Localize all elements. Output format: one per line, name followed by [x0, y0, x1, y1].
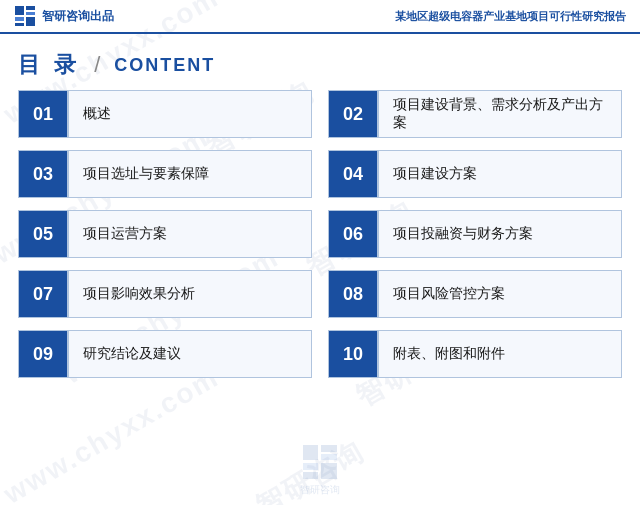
toc-item-08: 08项目风险管控方案: [328, 270, 622, 318]
toc-item-09: 09研究结论及建议: [18, 330, 312, 378]
toc-number-03: 03: [19, 151, 67, 197]
svg-rect-0: [15, 6, 24, 15]
toc-label-08: 项目风险管控方案: [379, 285, 622, 303]
report-title: 某地区超级电容器产业基地项目可行性研究报告: [395, 9, 626, 24]
svg-rect-7: [321, 445, 337, 452]
toc-number-06: 06: [329, 211, 377, 257]
svg-rect-6: [303, 445, 318, 460]
footer-logo-text: 智研咨询: [300, 483, 340, 497]
toc-number-04: 04: [329, 151, 377, 197]
toc-item-02: 02项目建设背景、需求分析及产出方案: [328, 90, 622, 138]
toc-number-01: 01: [19, 91, 67, 137]
toc-number-09: 09: [19, 331, 67, 377]
svg-rect-9: [303, 463, 318, 470]
toc-item-07: 07项目影响效果分析: [18, 270, 312, 318]
toc-grid: 01概述02项目建设背景、需求分析及产出方案03项目选址与要素保障04项目建设方…: [0, 90, 640, 388]
title-zh: 目 录: [18, 50, 80, 80]
toc-label-10: 附表、附图和附件: [379, 345, 622, 363]
svg-rect-5: [26, 17, 35, 26]
toc-label-05: 项目运营方案: [69, 225, 312, 243]
toc-item-10: 10附表、附图和附件: [328, 330, 622, 378]
svg-rect-11: [321, 463, 337, 479]
footer-logo: 智研咨询: [300, 443, 340, 497]
toc-number-02: 02: [329, 91, 377, 137]
toc-item-06: 06项目投融资与财务方案: [328, 210, 622, 258]
svg-rect-4: [15, 23, 24, 26]
toc-number-10: 10: [329, 331, 377, 377]
toc-number-05: 05: [19, 211, 67, 257]
toc-label-02: 项目建设背景、需求分析及产出方案: [379, 96, 622, 132]
footer-logo-icon: [301, 443, 339, 481]
toc-label-04: 项目建设方案: [379, 165, 622, 183]
brand-name: 智研咨询出品: [42, 8, 114, 25]
title-en: CONTENT: [114, 55, 215, 76]
brand-logo-icon: [14, 5, 36, 27]
logo-area: 智研咨询出品: [14, 5, 114, 27]
toc-item-05: 05项目运营方案: [18, 210, 312, 258]
toc-label-01: 概述: [69, 105, 312, 123]
svg-rect-3: [15, 17, 24, 21]
toc-label-09: 研究结论及建议: [69, 345, 312, 363]
toc-item-01: 01概述: [18, 90, 312, 138]
header: 智研咨询出品 某地区超级电容器产业基地项目可行性研究报告: [0, 0, 640, 34]
toc-number-07: 07: [19, 271, 67, 317]
toc-item-03: 03项目选址与要素保障: [18, 150, 312, 198]
title-separator: /: [94, 52, 100, 78]
svg-rect-1: [26, 6, 35, 10]
svg-rect-2: [26, 12, 35, 15]
toc-label-03: 项目选址与要素保障: [69, 165, 312, 183]
toc-label-07: 项目影响效果分析: [69, 285, 312, 303]
toc-item-04: 04项目建设方案: [328, 150, 622, 198]
toc-label-06: 项目投融资与财务方案: [379, 225, 622, 243]
toc-number-08: 08: [329, 271, 377, 317]
title-section: 目 录 / CONTENT: [0, 34, 640, 90]
svg-rect-8: [321, 454, 337, 460]
svg-rect-10: [303, 472, 318, 479]
